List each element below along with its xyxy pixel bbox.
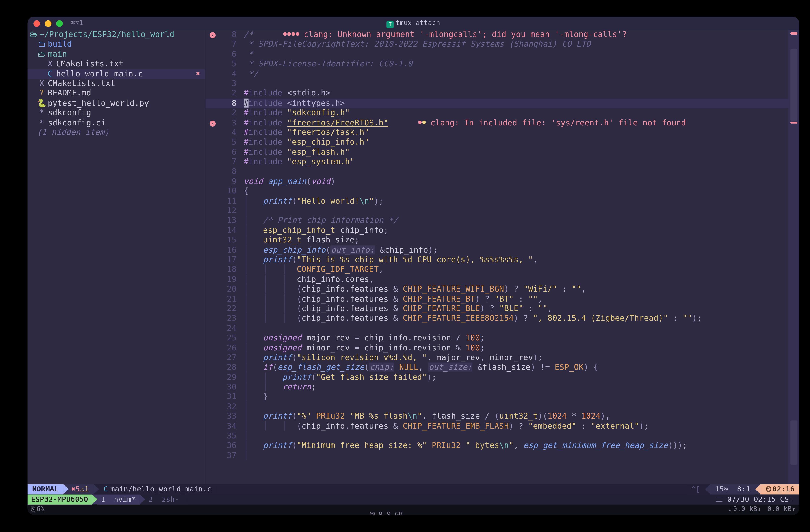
code-line[interactable]: 29│ │ printf("Get flash size failed"); bbox=[206, 372, 789, 382]
code-content[interactable]: │ │ │ (chip_info.features & CHIP_FEATURE… bbox=[244, 294, 788, 304]
code-content[interactable]: * bbox=[244, 50, 788, 59]
code-line[interactable]: 19│ │ │ chip_info.cores, bbox=[206, 275, 789, 284]
tree-root[interactable]: 🗁 ~/Projects/ESP32/hello_world bbox=[28, 30, 205, 40]
code-line[interactable]: 35│ bbox=[206, 431, 789, 441]
code-line[interactable]: 5 * SPDX-License-Identifier: CC0-1.0 bbox=[206, 59, 789, 69]
tmux-window-inactive[interactable]: 2 zsh- bbox=[145, 495, 183, 505]
code-line[interactable]: 14│ esp_chip_info_t chip_info; bbox=[206, 226, 789, 236]
code-content[interactable]: │ │ │ CONFIG_IDF_TARGET, bbox=[244, 265, 788, 275]
tree-item[interactable]: 🗀build bbox=[28, 40, 205, 50]
code-line[interactable]: 7 * SPDX-FileCopyrightText: 2010-2022 Es… bbox=[206, 40, 789, 50]
code-line[interactable]: 8#include <inttypes.h> bbox=[206, 98, 789, 108]
code-line[interactable]: 12│ bbox=[206, 206, 789, 216]
code-content[interactable]: │ │ │ (chip_info.features & CHIP_FEATURE… bbox=[244, 421, 788, 431]
code-content[interactable]: │ │ │ (chip_info.features & CHIP_FEATURE… bbox=[244, 304, 788, 314]
tree-item[interactable]: 🐍pytest_hello_world.py bbox=[28, 98, 205, 108]
tree-item[interactable]: 🗁main bbox=[28, 50, 205, 59]
code-line[interactable]: 11│ printf("Hello world!\n"); bbox=[206, 196, 789, 206]
code-content[interactable]: #include "esp_flash.h" bbox=[244, 147, 788, 157]
code-content[interactable]: │ } bbox=[244, 392, 788, 402]
code-content[interactable]: #include "freertos/FreeRTOS.h" clang: In… bbox=[244, 118, 788, 128]
code-content[interactable]: │ printf("This is %s chip with %d CPU co… bbox=[244, 255, 788, 265]
code-content[interactable]: │ unsigned major_rev = chip_info.revisio… bbox=[244, 333, 788, 343]
code-line[interactable]: 20│ │ │ (chip_info.features & CHIP_FEATU… bbox=[206, 284, 789, 294]
code-content[interactable]: │ printf("Minimum free heap size: %" PRI… bbox=[244, 441, 788, 451]
code-line[interactable]: ✕ 3#include "freertos/FreeRTOS.h" clang:… bbox=[206, 118, 789, 128]
code-content[interactable]: │ │ │ chip_info.cores, bbox=[244, 275, 788, 284]
code-content[interactable]: void app_main(void) bbox=[244, 177, 788, 187]
code-line[interactable]: 27│ printf("silicon revision v%d.%d, ", … bbox=[206, 353, 789, 363]
code-content[interactable]: │ /* Print chip information */ bbox=[244, 216, 788, 226]
code-content[interactable]: #include "freertos/task.h" bbox=[244, 128, 788, 138]
code-content[interactable]: │ printf("silicon revision v%d.%d, ", ma… bbox=[244, 353, 788, 363]
code-line[interactable]: 26│ unsigned minor_rev = chip_info.revis… bbox=[206, 343, 789, 353]
code-line[interactable]: 17│ printf("This is %s chip with %d CPU … bbox=[206, 255, 789, 265]
fullscreen-icon[interactable] bbox=[56, 20, 63, 27]
file-tree[interactable]: 🗁 ~/Projects/ESP32/hello_world 🗀build🗁ma… bbox=[28, 30, 206, 484]
code-content[interactable] bbox=[244, 167, 788, 177]
code-line[interactable]: 8 bbox=[206, 167, 789, 177]
scrollbar[interactable] bbox=[789, 30, 799, 484]
code-content[interactable]: */ bbox=[244, 69, 788, 79]
code-line[interactable]: 2#include "sdkconfig.h" bbox=[206, 108, 789, 118]
code-content[interactable]: #include "sdkconfig.h" bbox=[244, 108, 788, 118]
tree-item[interactable]: XCMakeLists.txt bbox=[28, 59, 205, 69]
code-content[interactable]: │ │ printf("Get flash size failed"); bbox=[244, 372, 788, 382]
diagnostics-summary[interactable]: ✖ 5 ⚠ 1 bbox=[69, 484, 94, 494]
code-line[interactable]: 37│ bbox=[206, 451, 789, 461]
code-line[interactable]: 18│ │ │ CONFIG_IDF_TARGET, bbox=[206, 265, 789, 275]
code-content[interactable]: │ esp_chip_info_t chip_info; bbox=[244, 226, 788, 236]
code-content[interactable]: │ printf("Hello world!\n"); bbox=[244, 196, 788, 206]
tmux-session[interactable]: ESP32-MPU6050 bbox=[28, 495, 92, 505]
code-content[interactable]: │ esp_chip_info(out_info: &chip_info); bbox=[244, 245, 788, 255]
code-line[interactable]: 2#include <stdio.h> bbox=[206, 88, 789, 98]
code-line[interactable]: 13│ /* Print chip information */ bbox=[206, 216, 789, 226]
code-line[interactable]: 16│ esp_chip_info(out_info: &chip_info); bbox=[206, 245, 789, 255]
code-content[interactable]: │ │ return; bbox=[244, 382, 788, 392]
code-content[interactable]: * SPDX-FileCopyrightText: 2010-2022 Espr… bbox=[244, 40, 788, 50]
code-content[interactable]: │ │ │ (chip_info.features & CHIP_FEATURE… bbox=[244, 284, 788, 294]
code-line[interactable]: 15│ uint32_t flash_size; bbox=[206, 236, 789, 245]
code-content[interactable]: { bbox=[244, 187, 788, 196]
code-line[interactable]: 23│ │ │ (chip_info.features & CHIP_FEATU… bbox=[206, 314, 789, 324]
code-line[interactable]: 24│ bbox=[206, 324, 789, 334]
code-content[interactable]: #include "esp_system.h" bbox=[244, 157, 788, 167]
minimize-icon[interactable] bbox=[45, 20, 51, 27]
code-content[interactable]: │ if(esp_flash_get_size(chip: NULL, out_… bbox=[244, 362, 788, 372]
code-content[interactable]: #include "esp_chip_info.h" bbox=[244, 138, 788, 147]
code-line[interactable]: 4 */ bbox=[206, 69, 789, 79]
code-content[interactable]: │ uint32_t flash_size; bbox=[244, 236, 788, 245]
code-content[interactable]: #include <inttypes.h> bbox=[244, 98, 788, 108]
tree-item[interactable]: Chello_world_main.c✖ bbox=[28, 69, 205, 79]
tree-item[interactable]: XCMakeLists.txt bbox=[28, 79, 205, 89]
editor[interactable]: ✕ 8/* clang: Unknown argument '-mlongcal… bbox=[206, 30, 799, 484]
code-line[interactable]: 4#include "freertos/task.h" bbox=[206, 128, 789, 138]
code-content[interactable]: │ bbox=[244, 206, 788, 216]
tree-item[interactable]: ?README.md bbox=[28, 88, 205, 98]
tree-item[interactable]: *sdkconfig.ci bbox=[28, 118, 205, 128]
code-line[interactable]: 9void app_main(void) bbox=[206, 177, 789, 187]
code-line[interactable]: 31│ } bbox=[206, 392, 789, 402]
code-content[interactable] bbox=[244, 79, 788, 89]
close-icon[interactable]: ✖ bbox=[196, 69, 200, 79]
code-content[interactable]: │ bbox=[244, 431, 788, 441]
code-line[interactable]: 28│ if(esp_flash_get_size(chip: NULL, ou… bbox=[206, 362, 789, 372]
code-content[interactable]: │ bbox=[244, 402, 788, 412]
code-line[interactable]: 32│ bbox=[206, 402, 789, 412]
code-content[interactable]: #include <stdio.h> bbox=[244, 88, 788, 98]
tree-item[interactable]: *sdkconfig bbox=[28, 108, 205, 118]
code-content[interactable]: * SPDX-License-Identifier: CC0-1.0 bbox=[244, 59, 788, 69]
code-line[interactable]: ✕ 8/* clang: Unknown argument '-mlongcal… bbox=[206, 30, 789, 40]
code-line[interactable]: 21│ │ │ (chip_info.features & CHIP_FEATU… bbox=[206, 294, 789, 304]
tmux-window-active[interactable]: 1 nvim* bbox=[97, 495, 140, 505]
code-line[interactable]: 25│ unsigned major_rev = chip_info.revis… bbox=[206, 333, 789, 343]
code-line[interactable]: 36│ printf("Minimum free heap size: %" P… bbox=[206, 441, 789, 451]
code-content[interactable]: │ bbox=[244, 451, 788, 461]
code-line[interactable]: 6 * bbox=[206, 50, 789, 59]
code-line[interactable]: 34│ │ │ (chip_info.features & CHIP_FEATU… bbox=[206, 421, 789, 431]
code-line[interactable]: 22│ │ │ (chip_info.features & CHIP_FEATU… bbox=[206, 304, 789, 314]
code-line[interactable]: 3 bbox=[206, 79, 789, 89]
code-content[interactable]: │ │ │ (chip_info.features & CHIP_FEATURE… bbox=[244, 314, 788, 324]
code-line[interactable]: 10{ bbox=[206, 187, 789, 196]
code-line[interactable]: 5#include "esp_chip_info.h" bbox=[206, 138, 789, 147]
